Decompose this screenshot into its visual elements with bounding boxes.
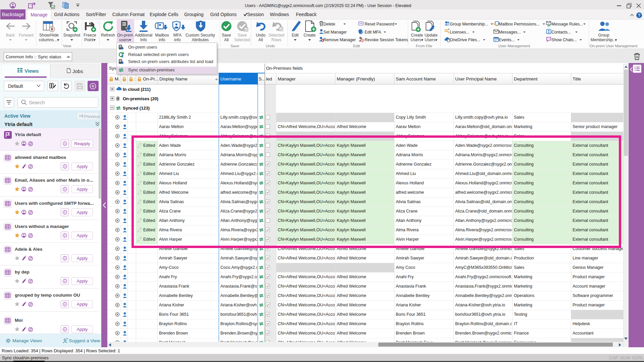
svg-text:?: ? xyxy=(638,13,641,18)
svg-text:***: *** xyxy=(359,22,363,25)
